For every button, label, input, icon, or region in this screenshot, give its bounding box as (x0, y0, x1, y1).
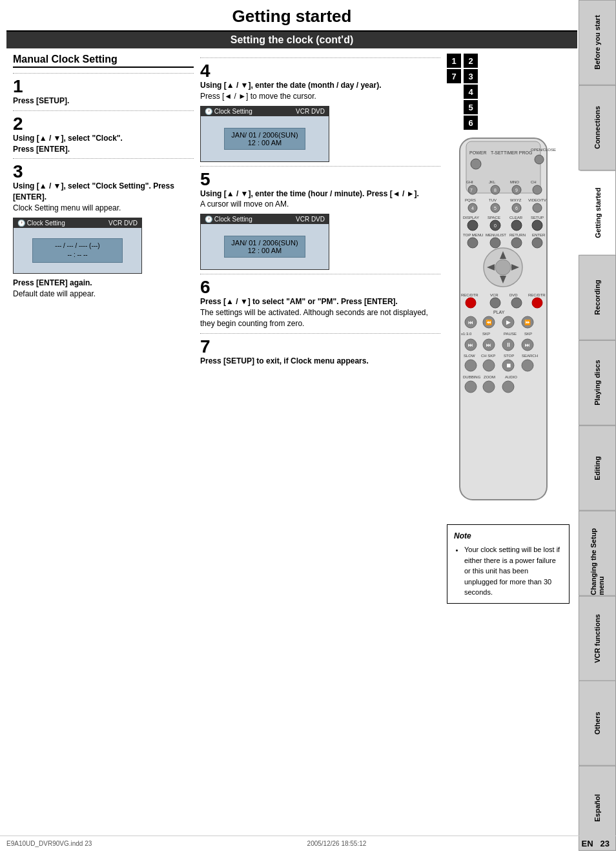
step-5: 5 Using [▲ / ▼], enter the time (hour / … (200, 170, 440, 271)
clock-screen-mode-4: VCR DVD (296, 108, 325, 115)
bottom-bar: E9A10UD_DVR90VG.indd 23 2005/12/26 18:55… (0, 836, 616, 851)
svg-point-42 (490, 238, 500, 248)
svg-text:5: 5 (494, 206, 497, 210)
step-7-text: Press [SETUP] to exit, if Clock menu app… (200, 356, 440, 367)
step-3-after: Press [ENTER] again. Default date will a… (13, 278, 194, 300)
svg-text:ENTER: ENTER (532, 233, 546, 237)
svg-text:x1:3.0: x1:3.0 (461, 332, 472, 336)
svg-text:PAUSE: PAUSE (504, 332, 517, 336)
badge-3: 3 (464, 69, 478, 83)
step-5-number: 5 (200, 170, 440, 189)
note-list: Your clock setting will be lost if eithe… (454, 544, 562, 598)
svg-text:4: 4 (471, 206, 474, 210)
bottom-left-text: E9A10UD_DVR90VG.indd 23 (6, 840, 92, 847)
svg-text:⏹: ⏹ (506, 362, 511, 369)
svg-text:MNO: MNO (510, 180, 519, 184)
badge-2: 2 (464, 54, 478, 68)
svg-point-94 (465, 381, 477, 393)
sidebar-tab-others[interactable]: Others (579, 681, 616, 766)
svg-text:PLAY: PLAY (493, 310, 505, 314)
svg-point-48 (495, 260, 511, 275)
badge-7: 7 (447, 69, 461, 83)
sidebar-tab-playing-discs[interactable]: Playing discs (579, 340, 616, 425)
sidebar-tab-getting-started[interactable]: Getting started (579, 170, 616, 256)
svg-text:7: 7 (470, 188, 473, 192)
svg-text:SETUP: SETUP (531, 216, 544, 220)
step-6: 6 Press [▲ / ▼] to select "AM" or "PM". … (200, 278, 440, 329)
svg-point-54 (466, 298, 476, 308)
bottom-page: EN 23 (582, 839, 610, 848)
divider-2 (13, 110, 194, 111)
svg-point-38 (532, 220, 542, 231)
svg-text:⏸: ⏸ (506, 342, 511, 348)
svg-point-31 (467, 220, 478, 231)
step-6-number: 6 (200, 278, 440, 296)
bottom-date: 2005/12/26 18:55:12 (307, 840, 367, 847)
clock-display-4: JAN/ 01 / 2006(SUN)12 : 00 AM (224, 128, 305, 150)
svg-text:OPEN/CLOSE: OPEN/CLOSE (531, 148, 556, 152)
svg-point-36 (511, 220, 522, 231)
divider-6 (200, 274, 440, 274)
divider-1 (13, 73, 194, 74)
note-item-1: Your clock setting will be lost if eithe… (464, 544, 562, 598)
clock-screen-header-5: 🕐 Clock Setting VCR DVD (201, 214, 329, 224)
svg-point-60 (532, 298, 542, 308)
sidebar-tab-connections[interactable]: Connections (579, 85, 616, 170)
svg-text:SKP: SKP (482, 332, 490, 336)
svg-text:JKL: JKL (489, 180, 496, 184)
sidebar-tab-recording[interactable]: Recording (579, 255, 616, 340)
svg-text:VIDEO/TV: VIDEO/TV (528, 198, 546, 202)
sidebar-tab-before-you-start[interactable]: Before you start (579, 0, 616, 85)
clock-screen-header-4: 🕐 Clock Setting VCR DVD (201, 107, 329, 116)
svg-text:REC/DTR: REC/DTR (461, 293, 478, 297)
svg-text:GHI: GHI (466, 180, 473, 184)
step-2-text: Using [▲ / ▼], select "Clock".Press [ENT… (13, 133, 194, 155)
divider-3 (13, 158, 194, 159)
section-header: Setting the clock (cont'd) (6, 32, 577, 48)
left-column: Manual Clock Setting 1 Press [SETUP]. 2 … (13, 54, 194, 604)
svg-text:SKP: SKP (524, 332, 532, 336)
clock-screen-body-5: JAN/ 01 / 2006(SUN)12 : 00 AM (201, 224, 329, 269)
svg-text:VCR: VCR (490, 293, 498, 297)
clock-screen-header-3: 🕐 Clock Setting VCR DVD (14, 218, 141, 228)
clock-screen-body-4: JAN/ 01 / 2006(SUN)12 : 00 AM (201, 116, 329, 161)
step-4-text: Using [▲ / ▼], enter the date (month / d… (200, 80, 440, 102)
page-header: Getting started (6, 0, 577, 32)
divider-4 (200, 57, 440, 58)
remote-control-image: POWER T-SET TIMER PROG OPEN/CLOSE GHI 7 … (447, 135, 560, 509)
sidebar-tab-changing-setup[interactable]: Changing the Setup menu (579, 511, 616, 596)
step-1-text: Press [SETUP]. (13, 96, 194, 107)
svg-point-29 (533, 203, 542, 212)
svg-text:TUV: TUV (489, 198, 497, 202)
step-1: 1 Press [SETUP]. (13, 77, 194, 107)
sidebar-tab-editing[interactable]: Editing (579, 425, 616, 511)
svg-text:9: 9 (515, 188, 518, 192)
badge-col-1: 1 7 (447, 54, 461, 130)
svg-point-58 (511, 298, 522, 308)
svg-text:TIMER PROG: TIMER PROG (504, 150, 532, 155)
step-3-number: 3 (13, 163, 194, 181)
svg-text:SEARCH: SEARCH (522, 354, 538, 358)
svg-point-90 (522, 360, 533, 371)
svg-text:⏪: ⏪ (486, 319, 492, 325)
svg-text:▶: ▶ (506, 319, 511, 325)
step-5-text: Using [▲ / ▼], enter the time (hour / mi… (200, 189, 440, 210)
number-badges-container: 1 7 2 3 4 5 6 (447, 54, 570, 130)
svg-text:PQRS: PQRS (465, 198, 476, 202)
svg-text:⏩: ⏩ (524, 319, 531, 325)
divider-5 (200, 166, 440, 167)
main-content: Manual Clock Setting 1 Press [SETUP]. 2 … (6, 48, 576, 609)
clock-screen-title-5: 🕐 Clock Setting (205, 216, 252, 223)
clock-screen-step4: 🕐 Clock Setting VCR DVD JAN/ 01 / 2006(S… (200, 106, 329, 162)
svg-point-56 (490, 298, 500, 308)
badge-col-2: 2 3 4 5 6 (464, 54, 478, 130)
sidebar-tab-vcr-functions[interactable]: VCR functions (579, 596, 616, 681)
clock-screen-title-4: 🕐 Clock Setting (205, 108, 252, 115)
svg-text:TOP MENU: TOP MENU (463, 233, 483, 237)
clock-screen-mode-3: VCR DVD (108, 220, 138, 227)
svg-text:T-SET: T-SET (491, 150, 504, 155)
clock-screen-step5: 🕐 Clock Setting VCR DVD JAN/ 01 / 2006(S… (200, 214, 329, 270)
middle-column: 4 Using [▲ / ▼], enter the date (month /… (200, 54, 440, 604)
page-title: Getting started (6, 6, 577, 26)
step-3-text: Using [▲ / ▼], select "Clock Setting". P… (13, 181, 194, 213)
